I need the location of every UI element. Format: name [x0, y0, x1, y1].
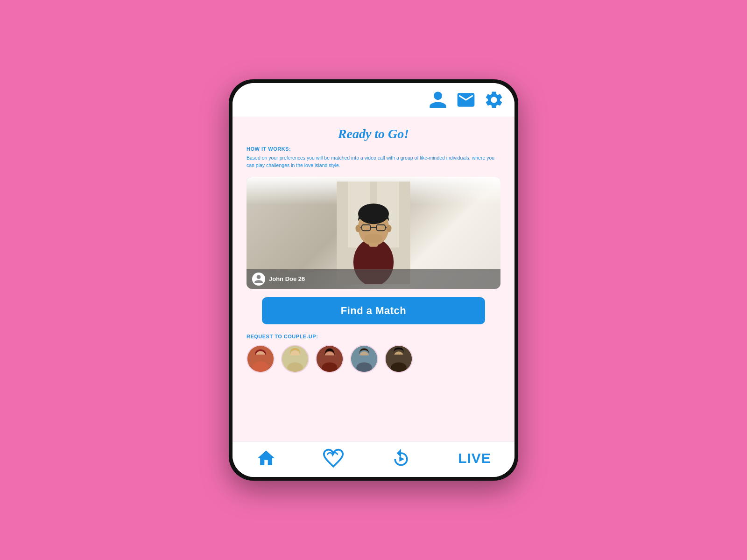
- profile-icon-button[interactable]: [428, 90, 448, 110]
- message-icon: [456, 90, 476, 110]
- profile-card: John Doe 26: [247, 177, 500, 289]
- svg-point-13: [356, 224, 361, 232]
- nav-replay-button[interactable]: [391, 448, 411, 469]
- heart-icon: [323, 448, 344, 469]
- page-title: Ready to Go!: [338, 126, 409, 141]
- settings-icon-button[interactable]: [484, 90, 504, 110]
- main-content: Ready to Go! HOW IT WORKS: Based on your…: [233, 117, 514, 441]
- live-label: LIVE: [458, 450, 491, 466]
- home-icon: [256, 448, 276, 469]
- app-screen: Ready to Go! HOW IT WORKS: Based on your…: [233, 83, 514, 477]
- user-icon: [254, 274, 264, 284]
- svg-point-23: [322, 362, 338, 372]
- find-match-button[interactable]: Find a Match: [262, 297, 486, 324]
- bottom-nav: LIVE: [233, 441, 514, 477]
- couple-avatar-5[interactable]: [385, 345, 413, 373]
- couple-avatar-1[interactable]: [247, 345, 275, 373]
- couple-avatar-2[interactable]: [281, 345, 309, 373]
- nav-match-button[interactable]: [323, 448, 344, 469]
- how-it-works-label: HOW IT WORKS:: [247, 146, 291, 152]
- replay-icon: [391, 448, 411, 469]
- profile-icon: [428, 90, 448, 110]
- app-header: [233, 83, 514, 117]
- profile-name-bar: John Doe 26: [247, 269, 500, 289]
- profile-name: John Doe 26: [269, 275, 305, 282]
- couple-up-avatars: [247, 345, 413, 373]
- svg-marker-31: [399, 456, 404, 462]
- how-it-works-text: Based on your preferences you will be ma…: [247, 154, 500, 169]
- svg-point-26: [356, 362, 372, 372]
- couple-avatar-3[interactable]: [316, 345, 344, 373]
- nav-live-button[interactable]: LIVE: [458, 450, 491, 466]
- svg-point-14: [387, 224, 392, 232]
- settings-icon: [484, 90, 504, 110]
- svg-point-17: [253, 361, 268, 371]
- svg-point-12: [364, 234, 382, 243]
- nav-home-button[interactable]: [256, 448, 276, 469]
- svg-point-29: [391, 362, 407, 372]
- message-icon-button[interactable]: [456, 90, 476, 110]
- profile-avatar-small: [252, 273, 265, 286]
- couple-up-label: REQUEST TO COUPLE-UP:: [247, 334, 318, 339]
- svg-point-20: [287, 362, 303, 372]
- device-frame: Ready to Go! HOW IT WORKS: Based on your…: [229, 79, 518, 481]
- couple-avatar-4[interactable]: [350, 345, 378, 373]
